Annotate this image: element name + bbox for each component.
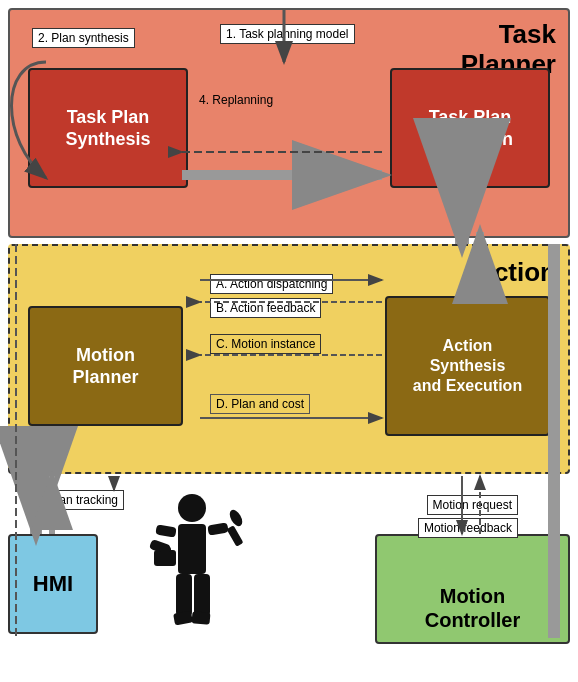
svg-rect-4 — [207, 522, 228, 535]
action-synthesis-execution-box: ActionSynthesisand Execution — [385, 296, 550, 436]
label-action-feedback: B. Action feedback — [210, 298, 321, 318]
svg-rect-2 — [155, 524, 176, 537]
svg-rect-7 — [176, 574, 192, 616]
label-replanning: 4. Replanning — [195, 92, 277, 108]
label-plan-execution: 3. Plan execution — [195, 168, 295, 184]
task-planner-region: TaskPlanner 2. Plan synthesis 1. Task pl… — [8, 8, 570, 238]
svg-rect-9 — [194, 574, 210, 616]
label-motion-request: Motion request — [427, 495, 518, 515]
label-motion-feedback: Motion feedback — [418, 518, 518, 538]
svg-point-0 — [178, 494, 206, 522]
svg-point-5 — [227, 508, 245, 529]
svg-rect-6 — [227, 525, 244, 546]
task-plan-synthesis-box: Task PlanSynthesis — [28, 68, 188, 188]
motion-controller-label: MotionController — [425, 584, 521, 632]
svg-rect-10 — [192, 611, 211, 625]
label-human-tracking: Human tracking — [28, 490, 124, 510]
label-motion-instance: C. Motion instance — [210, 334, 321, 354]
svg-rect-12 — [159, 547, 171, 552]
svg-rect-8 — [173, 611, 193, 626]
human-figure — [140, 490, 260, 640]
task-plan-execution-box: Task PlanExecution — [390, 68, 550, 188]
svg-rect-1 — [178, 524, 206, 574]
label-action-dispatching: A. Action dispatching — [210, 274, 333, 294]
label-plan-cost: D. Plan and cost — [210, 394, 310, 414]
action-planner-region: ActionPlanner A. Action dispatching B. A… — [8, 244, 570, 474]
label-plan-synthesis: 2. Plan synthesis — [32, 28, 135, 48]
hmi-label: HMI — [33, 571, 73, 597]
hmi-box: HMI — [8, 534, 98, 634]
svg-rect-11 — [154, 550, 176, 566]
motion-planner-box: MotionPlanner — [28, 306, 183, 426]
motion-controller-box: MotionController — [375, 534, 570, 644]
label-task-planning-model: 1. Task planning model — [220, 24, 355, 44]
